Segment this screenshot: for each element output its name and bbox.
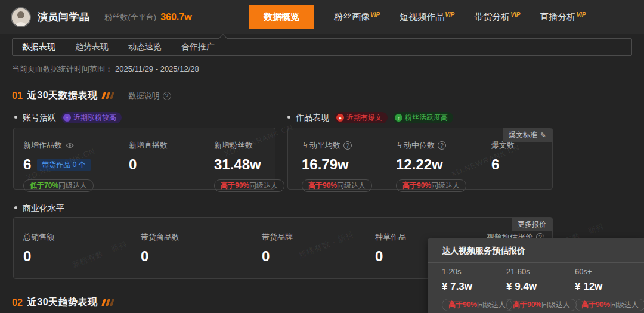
video-quote-popup: 达人视频服务预估报价 1-20s ¥ 7.3w 高于90%同级达人 21-60s…	[428, 238, 644, 313]
section-number: 01	[12, 91, 23, 101]
fans-active-tag: ↑ 粉丝活跃度高	[393, 112, 453, 123]
date-range: 当前页面数据统计时间范围：2025/11/29 - 2025/12/28	[12, 64, 199, 75]
peer-compare-pill: 高于90%同级达人	[302, 179, 372, 192]
quote-21-60s: 21-60s ¥ 9.4w 高于90%同级达人	[506, 267, 577, 311]
avatar	[11, 7, 31, 27]
peer-compare-pill: 低于70%同级达人	[23, 179, 94, 192]
stat-avg-interaction: 互动平均数 16.79w 高于90%同级达人	[302, 140, 372, 192]
top-header: 演员闫学晶 粉丝数(全平台) 360.7w 数据概览 粉丝画像VIP 短视频作品…	[0, 0, 644, 34]
group-title: 商业化水平	[14, 203, 64, 214]
group-account-activity: 账号活跃 ↑ 近期涨粉较高	[14, 112, 122, 123]
section-title: 近30天数据表现	[27, 89, 98, 102]
subnav-tab-activity-overview[interactable]: 动态速览	[128, 42, 162, 52]
eye-icon[interactable]	[66, 142, 74, 148]
stat-product-count: 带货商品数 0	[141, 232, 179, 265]
group-commercialization: 商业化水平	[14, 203, 64, 214]
section-2-header: 02 近30天趋势表现	[12, 296, 113, 309]
stat-median-interaction: 互动中位数 12.22w 高于90%同级达人	[396, 140, 466, 192]
section-1-header: 01 近30天数据表现 数据说明	[12, 89, 171, 102]
more-quotes-button[interactable]: 更多报价	[512, 218, 552, 231]
peer-compare-pill: 高于90%同级达人	[214, 179, 284, 192]
stat-seeding-works: 种草作品 0	[375, 232, 406, 265]
page: XD.NEWRANK.CN XD.NEWRANK.CN XD.NEWRANK.C…	[0, 0, 644, 313]
vip-badge: VIP	[510, 11, 520, 18]
peer-compare-pill: 高于90%同级达人	[442, 299, 512, 311]
peer-compare-pill: 高于90%同级达人	[396, 179, 466, 192]
quote-60s-plus: 60s+ ¥ 12w 高于90%同级达人	[575, 267, 644, 311]
group-works-performance: 作品表现 ♦ 近期有爆文 ↑ 粉丝活跃度高	[287, 112, 453, 123]
vip-badge: VIP	[370, 11, 380, 18]
stat-hot-content-count: 爆文数 6	[491, 140, 515, 173]
peer-compare-pill: 高于90%同级达人	[506, 299, 577, 311]
stat-brand-count: 带货品牌 0	[262, 232, 293, 265]
arrow-up-icon: ↑	[63, 114, 71, 122]
nav-tab-data-overview[interactable]: 数据概览	[249, 5, 314, 29]
avatar-placeholder	[12, 8, 30, 26]
stat-new-lives: 新增直播数 0	[129, 140, 168, 173]
stat-new-works: 新增作品数 6 带货作品 0 个 低于70%同级达人	[23, 140, 94, 192]
section-number: 02	[12, 297, 23, 308]
growth-tag: ↑ 近期涨粉较高	[61, 112, 122, 123]
help-icon[interactable]	[163, 92, 171, 100]
data-description-link[interactable]: 数据说明	[129, 91, 160, 101]
fans-count-label: 粉丝数(全平台)	[105, 12, 157, 23]
account-activity-card: 新增作品数 6 带货作品 0 个 低于70%同级达人 新增直播数 0 新增粉丝数…	[13, 128, 275, 190]
group-title: 作品表现	[287, 113, 329, 123]
popup-title: 达人视频服务预估报价	[428, 238, 644, 263]
section-title: 近30天趋势表现	[27, 296, 98, 309]
nav-tab-short-video[interactable]: 短视频作品VIP	[400, 11, 454, 23]
quote-1-20s: 1-20s ¥ 7.3w 高于90%同级达人	[442, 267, 512, 311]
help-icon[interactable]	[438, 141, 446, 150]
ecommerce-works-badge: 带货作品 0 个	[37, 159, 90, 171]
nav-tab-ecommerce-analysis[interactable]: 带货分析VIP	[474, 11, 520, 23]
stat-new-fans: 新增粉丝数 31.48w 高于90%同级达人	[214, 140, 284, 192]
help-icon[interactable]	[343, 141, 352, 150]
nav-tab-fans-portrait[interactable]: 粉丝画像VIP	[334, 11, 380, 23]
date-range-value: 2025/11/29 - 2025/12/28	[115, 64, 199, 73]
stat-total-sales: 总销售额 0	[23, 232, 54, 265]
quote-marks-icon	[103, 299, 113, 306]
date-range-label: 当前页面数据统计时间范围：	[12, 64, 113, 73]
sub-nav: 数据表现 趋势表现 动态速览 合作推广	[12, 38, 632, 56]
person-icon: ↑	[395, 114, 402, 122]
works-performance-card: 爆文标准 ✎ 互动平均数 16.79w 高于90%同级达人 互动中位数 12.2…	[287, 128, 553, 190]
flame-icon: ♦	[336, 114, 344, 122]
vip-badge: VIP	[445, 11, 454, 18]
profile-name: 演员闫学晶	[38, 10, 90, 24]
quote-marks-icon	[103, 92, 113, 99]
main-nav: 数据概览 粉丝画像VIP 短视频作品VIP 带货分析VIP 直播分析VIP	[249, 0, 586, 34]
fans-count-value: 360.7w	[160, 12, 191, 23]
subnav-tab-trend-performance[interactable]: 趋势表现	[75, 42, 109, 52]
caret-up-icon	[219, 34, 227, 42]
group-title: 账号活跃	[14, 113, 56, 123]
nav-tab-live-analysis[interactable]: 直播分析VIP	[540, 11, 586, 23]
hot-content-tag: ♦ 近期有爆文	[335, 112, 388, 123]
peer-compare-pill: 高于90%同级达人	[575, 299, 644, 311]
vip-badge: VIP	[576, 11, 586, 18]
edit-icon: ✎	[540, 131, 546, 140]
subnav-tab-cooperation[interactable]: 合作推广	[181, 42, 215, 52]
subnav-tab-data-performance[interactable]: 数据表现	[22, 42, 55, 52]
